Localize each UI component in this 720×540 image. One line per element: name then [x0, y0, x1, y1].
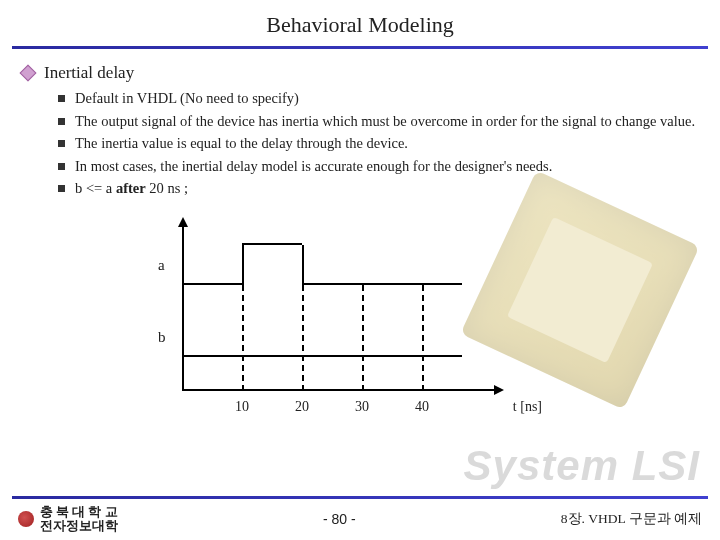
square-bullet-icon — [58, 185, 65, 192]
bullet-text: The output signal of the device has iner… — [75, 112, 695, 132]
tick-label: 20 — [295, 399, 309, 415]
signal-label-b: b — [158, 329, 166, 346]
square-bullet-icon — [58, 118, 65, 125]
square-bullet-icon — [58, 140, 65, 147]
section-heading: Inertial delay — [44, 63, 134, 83]
university-line2: 전자정보대학 — [40, 519, 118, 533]
square-bullet-icon — [58, 163, 65, 170]
header-divider — [12, 46, 708, 49]
tick-label: 30 — [355, 399, 369, 415]
diamond-bullet-icon — [20, 65, 37, 82]
chapter-label: 8장. VHDL 구문과 예제 — [561, 510, 702, 528]
axis-caption: t [ns] — [513, 399, 542, 415]
tick-label: 40 — [415, 399, 429, 415]
university-badge: 충 북 대 학 교 전자정보대학 — [18, 505, 118, 534]
bullet-text: The inertia value is equal to the delay … — [75, 134, 408, 154]
code-line: b <= a after 20 ns ; — [75, 179, 188, 199]
timing-diagram: a b 10 20 30 40 t [ns] — [152, 219, 512, 419]
signal-label-a: a — [158, 257, 165, 274]
tick-label: 10 — [235, 399, 249, 415]
page-number: - 80 - — [323, 511, 356, 527]
watermark-text: System LSI — [464, 442, 700, 490]
footer-divider — [12, 496, 708, 499]
page-title: Behavioral Modeling — [0, 0, 720, 42]
bullet-text: In most cases, the inertial delay model … — [75, 157, 552, 177]
square-bullet-icon — [58, 95, 65, 102]
x-axis — [182, 389, 502, 391]
bullet-text: Default in VHDL (No need to specify) — [75, 89, 299, 109]
university-logo-icon — [18, 511, 34, 527]
university-line1: 충 북 대 학 교 — [40, 505, 118, 519]
